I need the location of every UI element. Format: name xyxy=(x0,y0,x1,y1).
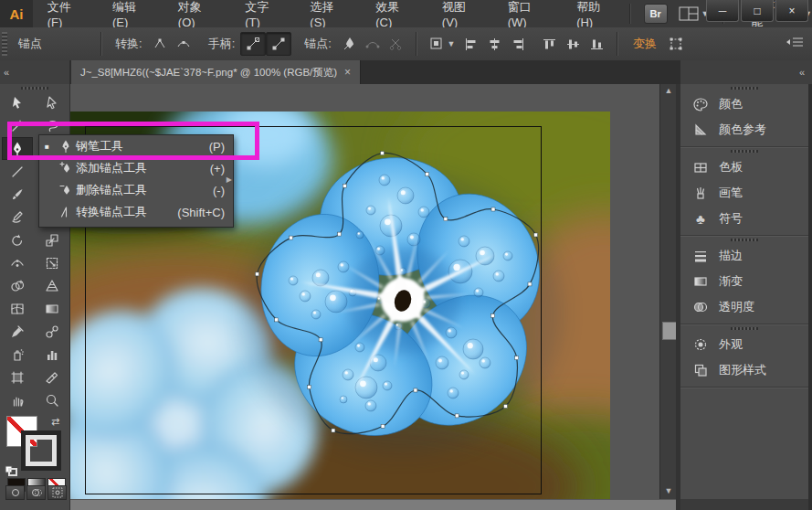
stroke-color-swatch[interactable] xyxy=(26,435,57,466)
cut-path-button[interactable] xyxy=(385,33,408,55)
minimize-button[interactable]: ─ xyxy=(706,0,739,22)
blob-brush-tool[interactable] xyxy=(2,206,33,228)
panel-item-stroke[interactable]: 描边 xyxy=(680,243,808,269)
align-bottom-button[interactable] xyxy=(585,33,609,55)
blend-tool[interactable] xyxy=(37,320,68,343)
width-tool[interactable] xyxy=(2,251,33,274)
panel-item-swatches[interactable]: 色板 xyxy=(680,154,808,180)
zoom-icon xyxy=(44,392,60,409)
panel-item-transparency[interactable]: 透明度 xyxy=(680,294,808,320)
free-transform-tool[interactable] xyxy=(37,251,68,274)
gradient-tool[interactable] xyxy=(37,297,68,320)
slice-tool[interactable] xyxy=(37,366,68,388)
hand-tool[interactable] xyxy=(2,388,33,411)
graphic-styles-icon xyxy=(692,362,709,378)
flyout-tearoff-arrow-icon[interactable]: ▶ xyxy=(227,175,232,184)
panel-item-brushes[interactable]: 画笔 xyxy=(680,180,808,206)
panel-item-gradient[interactable]: 渐变 xyxy=(680,269,808,294)
maximize-button[interactable]: □ xyxy=(741,0,774,22)
zoom-tool[interactable] xyxy=(37,388,68,411)
menu-item-delete-anchor-tool[interactable]: 删除锚点工具 (-) xyxy=(39,179,233,201)
scale-icon xyxy=(44,232,60,249)
panel-grip[interactable] xyxy=(21,87,48,90)
draw-normal-button[interactable] xyxy=(5,485,25,500)
brushes-icon xyxy=(692,185,709,201)
show-handles-button[interactable] xyxy=(240,32,266,56)
menu-item-add-anchor-tool[interactable]: 添加锚点工具 (+) xyxy=(39,157,233,179)
panel-item-color[interactable]: 颜色 xyxy=(680,91,808,117)
symbols-icon: ♣ xyxy=(692,211,709,227)
align-top-button[interactable] xyxy=(538,33,562,55)
pen-tool[interactable] xyxy=(2,137,33,160)
default-fill-stroke-icon[interactable] xyxy=(5,465,17,476)
paintbrush-tool[interactable] xyxy=(2,183,33,206)
illustrator-window: Ai 文件(F) 编辑(E) 对象(O) 文字(T) 选择(S) 效果(C) 视… xyxy=(0,0,812,510)
connect-path-button[interactable] xyxy=(361,33,385,55)
hide-handles-button[interactable] xyxy=(266,32,291,56)
panel-grip[interactable] xyxy=(731,150,758,153)
close-button[interactable]: × xyxy=(775,0,808,22)
bounding-box-button[interactable] xyxy=(664,33,688,55)
panel-grip[interactable] xyxy=(731,87,758,90)
panel-item-label: 符号 xyxy=(719,210,743,227)
window-controls: ─ □ × xyxy=(706,0,808,22)
selection-tool-icon xyxy=(9,95,26,112)
tab-close-icon[interactable]: × xyxy=(344,66,351,79)
align-right-button[interactable] xyxy=(507,33,531,55)
handles-hide-icon xyxy=(270,36,287,52)
perspective-grid-tool[interactable] xyxy=(37,274,68,297)
lasso-icon xyxy=(44,118,60,134)
artboard-tool[interactable] xyxy=(2,366,33,388)
menu-item-convert-anchor-tool[interactable]: 转换锚点工具 (Shift+C) xyxy=(39,201,233,223)
app-logo: Ai xyxy=(0,0,33,27)
panel-item-color-guide[interactable]: 颜色参考 xyxy=(680,117,808,143)
panel-collapse-button[interactable]: « xyxy=(680,60,812,84)
vertical-scroll-thumb[interactable] xyxy=(662,322,677,340)
convert-to-smooth-button[interactable] xyxy=(172,33,195,55)
symbol-sprayer-tool[interactable] xyxy=(2,343,33,366)
gradient-panel-icon xyxy=(692,273,709,290)
align-v-center-button[interactable] xyxy=(562,33,585,55)
remove-anchor-button[interactable] xyxy=(337,33,361,55)
column-graph-tool[interactable] xyxy=(37,343,68,366)
menu-bar: Ai 文件(F) 编辑(E) 对象(O) 文字(T) 选择(S) 效果(C) 视… xyxy=(0,0,812,28)
transform-link[interactable]: 变换 xyxy=(633,36,657,52)
bridge-button[interactable]: Br xyxy=(644,4,668,24)
control-bar-grip[interactable] xyxy=(2,32,7,56)
shape-builder-tool[interactable] xyxy=(2,274,33,297)
panel-menu-icon xyxy=(785,35,805,49)
menubar-separator xyxy=(629,4,631,24)
direct-selection-tool[interactable] xyxy=(37,91,68,114)
scroll-up-icon[interactable]: ▲ xyxy=(660,84,677,97)
align-to-selector[interactable]: ▼ xyxy=(425,33,459,55)
panel-grip[interactable] xyxy=(731,239,758,241)
toolbar-collapse-button[interactable]: « xyxy=(0,60,69,84)
swap-fill-stroke-icon[interactable]: ⇄ xyxy=(51,416,59,428)
align-h-center-button[interactable] xyxy=(483,33,507,55)
horizontal-scrollbar[interactable] xyxy=(69,499,676,510)
menu-item-pen-tool[interactable]: ■ 钢笔工具 (P) xyxy=(39,135,233,157)
rotate-tool[interactable] xyxy=(2,228,33,251)
panel-item-appearance[interactable]: 外观 xyxy=(680,332,808,357)
control-panel-menu-button[interactable] xyxy=(785,35,805,49)
scroll-down-icon[interactable]: ▼ xyxy=(660,484,677,497)
convert-to-corner-button[interactable] xyxy=(148,33,172,55)
align-left-button[interactable] xyxy=(459,33,483,55)
arrange-documents-button[interactable]: ▼ xyxy=(679,6,710,21)
scale-tool[interactable] xyxy=(37,228,68,251)
eyedropper-tool[interactable] xyxy=(2,320,33,343)
draw-behind-button[interactable] xyxy=(26,485,46,500)
line-segment-tool[interactable] xyxy=(2,160,33,183)
document-tab[interactable]: J~_S8[MHZ6((~$JAE`378~F.png* @ 100% (RGB… xyxy=(71,60,361,84)
magic-wand-tool[interactable] xyxy=(2,114,33,137)
mesh-tool[interactable] xyxy=(2,297,33,320)
vertical-scrollbar[interactable]: ▲ ▼ xyxy=(659,84,677,499)
selection-tool[interactable] xyxy=(2,91,33,114)
convert-anchor-tool-icon xyxy=(56,205,76,219)
panel-item-symbols[interactable]: ♣ 符号 xyxy=(680,206,808,231)
document-tab-title: J~_S8[MHZ6((~$JAE`378~F.png* @ 100% (RGB… xyxy=(80,66,337,80)
panel-item-graphic-styles[interactable]: 图形样式 xyxy=(680,357,808,383)
panel-grip[interactable] xyxy=(731,327,758,330)
draw-inside-button[interactable] xyxy=(47,485,67,500)
pen-tool-flyout-menu: ■ 钢笔工具 (P) 添加锚点工具 (+) 删除锚点工具 (-) 转换锚点工具 … xyxy=(38,134,234,228)
